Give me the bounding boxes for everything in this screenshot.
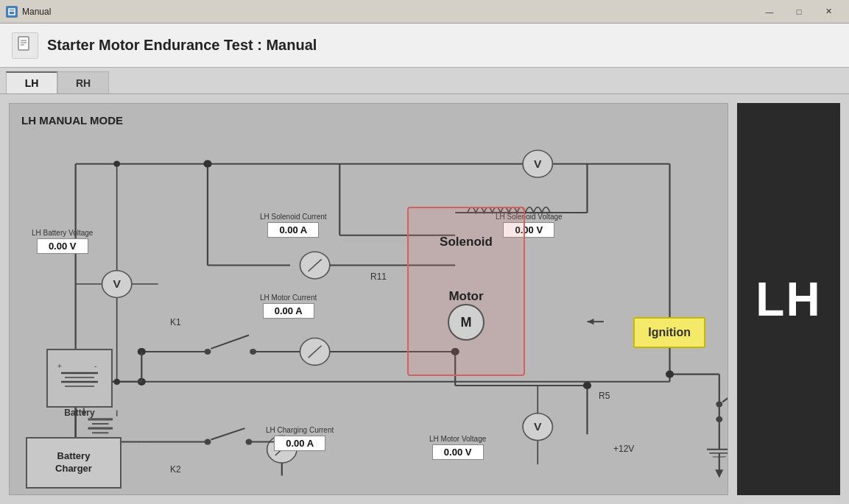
main-content: LH MANUAL MODE xyxy=(0,94,849,504)
svg-line-12 xyxy=(211,336,249,349)
svg-line-46 xyxy=(722,389,728,402)
solenoid-current-value: 0.00 A xyxy=(267,222,319,238)
svg-text:V: V xyxy=(534,157,541,169)
motor-current-display: LH Motor Current 0.00 A xyxy=(260,294,317,319)
maximize-button[interactable]: □ xyxy=(784,4,814,19)
document-icon xyxy=(12,32,38,59)
motor-voltage-label: LH Motor Voltage xyxy=(429,435,486,443)
minimize-button[interactable]: — xyxy=(755,4,784,19)
battery-label: Battery xyxy=(46,408,113,418)
header-bar: Starter Motor Endurance Test : Manual xyxy=(0,24,849,68)
solenoid-label: Solenoid xyxy=(409,235,524,249)
motor-label: Motor xyxy=(409,289,524,304)
plus12v-label: +12V xyxy=(613,444,634,454)
motor-voltage-display: LH Motor Voltage 0.00 V xyxy=(429,435,486,460)
motor-symbol: M xyxy=(448,304,485,341)
right-panel: LH xyxy=(737,103,840,495)
diagram-area: LH MANUAL MODE xyxy=(9,103,728,495)
charger-box: Battery Charger xyxy=(26,437,121,489)
svg-point-49 xyxy=(666,371,674,378)
tab-bar: LH RH xyxy=(0,68,849,94)
svg-point-78 xyxy=(113,161,120,167)
svg-text:-: - xyxy=(94,362,96,370)
svg-text:V: V xyxy=(534,421,541,433)
svg-point-40 xyxy=(583,382,591,389)
motor-current-label: LH Motor Current xyxy=(260,294,317,302)
k1-label: K1 xyxy=(170,317,181,327)
charging-current-value: 0.00 A xyxy=(274,436,325,451)
tab-rh[interactable]: RH xyxy=(57,71,109,93)
app-title: Starter Motor Endurance Test : Manual xyxy=(47,37,317,54)
battery-voltage-value: 0.00 V xyxy=(37,238,88,254)
app-icon xyxy=(6,6,18,18)
charger-label: Battery Charger xyxy=(55,450,92,475)
svg-point-11 xyxy=(204,349,211,355)
window-title: Manual xyxy=(22,7,51,17)
solenoid-current-label: LH Solenoid Current xyxy=(260,213,327,221)
svg-line-58 xyxy=(211,428,244,439)
motor-voltage-value: 0.00 V xyxy=(432,444,484,460)
svg-point-79 xyxy=(113,379,120,385)
motor-current-value: 0.00 A xyxy=(263,303,314,319)
charging-current-display: LH Charging Current 0.00 A xyxy=(266,426,334,451)
svg-marker-42 xyxy=(587,319,593,324)
tab-lh[interactable]: LH xyxy=(6,71,57,93)
battery-voltage-display: LH Battery Voltage 0.00 V xyxy=(32,229,93,254)
circuit-diagram: V V V xyxy=(10,104,728,494)
close-button[interactable]: ✕ xyxy=(814,4,843,19)
svg-point-30 xyxy=(203,160,211,168)
charging-current-label: LH Charging Current xyxy=(266,426,334,434)
svg-point-57 xyxy=(204,439,211,444)
r5-label: R5 xyxy=(599,391,610,401)
k2-label: K2 xyxy=(170,464,181,475)
svg-rect-0 xyxy=(9,9,15,15)
solenoid-motor-box: Solenoid Motor M xyxy=(407,207,525,376)
r11-label: R11 xyxy=(370,271,387,282)
svg-text:+: + xyxy=(57,362,62,370)
title-bar: Manual — □ ✕ xyxy=(0,0,849,24)
battery-box: + - xyxy=(46,349,113,408)
svg-marker-55 xyxy=(715,469,723,478)
solenoid-current-display: LH Solenoid Current 0.00 A xyxy=(260,213,327,238)
lh-display: LH xyxy=(755,272,821,327)
ignition-button[interactable]: Ignition xyxy=(633,317,705,348)
svg-rect-2 xyxy=(18,37,29,50)
svg-text:V: V xyxy=(113,278,120,290)
battery-voltage-label: LH Battery Voltage xyxy=(32,229,93,237)
window-controls: — □ ✕ xyxy=(755,4,843,19)
svg-point-45 xyxy=(716,401,722,407)
